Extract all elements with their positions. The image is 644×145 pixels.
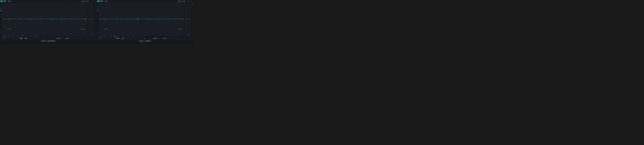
left-freq-value[interactable]: 103 bbox=[20, 37, 22, 39]
left-analog-row[interactable]: Analog bbox=[2, 38, 4, 38]
right-band-tab-4[interactable]: i Band 4 bbox=[112, 35, 117, 37]
right-band-tab-2[interactable]: i Band 2 bbox=[104, 35, 108, 37]
left-band-tab-6[interactable]: i Band 6 bbox=[25, 35, 29, 37]
right-presets-btn[interactable]: ≡ Presets bbox=[178, 0, 182, 2]
right-settings-icon[interactable]: ⚙ bbox=[190, 1, 190, 2]
right-help-icon[interactable]: ? bbox=[191, 1, 191, 2]
left-fader-3-handle[interactable] bbox=[91, 19, 92, 19]
left-redo-icon[interactable]: ↻ bbox=[92, 1, 92, 2]
left-gain-match-btn[interactable]: Bypass Gain Match bbox=[46, 40, 56, 42]
right-link-dot[interactable] bbox=[159, 38, 160, 39]
right-surgical-btn[interactable]: Surgical Mode bbox=[152, 37, 158, 39]
right-band-tab-3[interactable]: i Band 3 bbox=[108, 35, 112, 37]
left-analog-radio[interactable] bbox=[2, 38, 3, 38]
right-gain-value[interactable]: -3.1 bbox=[121, 37, 124, 39]
right-link-btn-r[interactable]: ⇆ bbox=[189, 34, 190, 35]
right-shape-lowshelf[interactable] bbox=[102, 38, 104, 39]
left-help-icon[interactable]: ? bbox=[94, 1, 94, 2]
right-redo-icon[interactable]: ↻ bbox=[188, 1, 189, 2]
right-fader-4[interactable] bbox=[189, 5, 190, 33]
left-band-tab-2[interactable]: i Band 2 bbox=[7, 35, 11, 37]
left-fader-4-handle[interactable] bbox=[92, 19, 94, 19]
right-bypass-btn[interactable]: Bypass bbox=[138, 40, 144, 42]
left-matching-btn[interactable]: Matching bbox=[66, 37, 69, 39]
left-sidebar-grid-btn[interactable]: ⊞ bbox=[0, 6, 2, 7]
left-next-arrow[interactable]: ▶ bbox=[88, 0, 89, 2]
left-gain-value[interactable]: 1.8 bbox=[24, 37, 27, 39]
left-surgical-btn[interactable]: Surgical Mode bbox=[56, 37, 61, 39]
left-fader-4[interactable] bbox=[92, 5, 94, 33]
right-analog-radio[interactable] bbox=[99, 38, 100, 38]
left-undo-icon[interactable]: ↺ bbox=[90, 1, 91, 2]
right-shape-bell[interactable] bbox=[104, 38, 106, 39]
right-band-tab-7[interactable]: i Band 7 bbox=[126, 35, 130, 37]
right-fader-2-handle[interactable] bbox=[186, 19, 188, 19]
left-fader-2-handle[interactable] bbox=[90, 19, 91, 19]
right-eq-display[interactable]: Right 40 100 200 400 1k 2k 4k 6k 10k Hz bbox=[99, 2, 193, 35]
left-shape-lp[interactable] bbox=[14, 38, 16, 39]
left-shape-lowshelf[interactable] bbox=[6, 38, 8, 39]
right-sidebar-wave-btn[interactable]: 〜 bbox=[97, 3, 98, 4]
right-refresh-side-btn[interactable]: ↺ bbox=[97, 34, 98, 35]
left-band-tab-5[interactable]: i Band 5 bbox=[20, 35, 25, 37]
left-band-tab-7[interactable]: i Band 7 bbox=[29, 35, 34, 37]
right-fader-3[interactable] bbox=[188, 5, 189, 33]
right-gain-match-btn[interactable]: Gain Match bbox=[144, 40, 152, 42]
right-band-tab-8[interactable]: i Band 8 bbox=[130, 35, 135, 37]
left-fader-1[interactable] bbox=[88, 5, 90, 33]
right-sidebar-lines-btn[interactable]: ≡ bbox=[97, 4, 98, 6]
right-next-arrow[interactable]: ▶ bbox=[184, 0, 186, 2]
left-link-btn-l[interactable]: ⇆ bbox=[90, 34, 92, 35]
right-match-slider-2[interactable] bbox=[171, 38, 174, 39]
left-power-icon[interactable]: ✕ bbox=[95, 1, 96, 2]
left-shape-notch[interactable] bbox=[12, 38, 14, 39]
left-settings-icon[interactable]: ⚙ bbox=[93, 1, 94, 2]
right-shape-notch[interactable] bbox=[109, 38, 110, 39]
right-match-slider-1[interactable] bbox=[168, 38, 171, 39]
right-question-btn[interactable]: ? bbox=[97, 30, 98, 32]
left-band-tab-4[interactable]: i Band 4 bbox=[16, 35, 20, 37]
right-power-icon[interactable]: ✕ bbox=[192, 1, 192, 2]
right-fader-4-handle[interactable] bbox=[189, 19, 190, 19]
left-digital-row[interactable]: Digital bbox=[2, 38, 4, 39]
left-channel-btn[interactable]: Left bbox=[0, 10, 2, 11]
left-fader-1-handle[interactable] bbox=[89, 19, 90, 19]
left-link-dot[interactable] bbox=[62, 38, 63, 39]
right-digital-radio[interactable] bbox=[99, 38, 100, 39]
left-bypass-btn[interactable]: Bypass bbox=[40, 40, 46, 42]
left-edit-icon[interactable]: ✎ bbox=[10, 1, 11, 1]
left-shape-bell[interactable] bbox=[8, 38, 10, 39]
right-band-tab-5[interactable]: i Band 5 bbox=[117, 35, 122, 37]
left-question-btn[interactable]: ? bbox=[0, 30, 2, 32]
right-freq-value[interactable]: 542 bbox=[116, 37, 119, 39]
left-eq-display[interactable]: Left 40 100 200 400 1k 2k 4k 6k 10k Hz bbox=[2, 2, 96, 35]
right-match-slider-3[interactable] bbox=[175, 38, 178, 39]
right-band-tab-1[interactable]: i Band 1 bbox=[99, 35, 104, 37]
left-shape-highshelf[interactable] bbox=[10, 38, 12, 39]
right-channel-btn[interactable]: Right bbox=[97, 10, 98, 11]
right-link-btn-l[interactable]: ⇆ bbox=[187, 34, 188, 35]
left-digital-radio[interactable] bbox=[2, 38, 3, 39]
right-matching-btn[interactable]: Matching bbox=[162, 37, 166, 39]
right-sidebar-grid-btn[interactable]: ⊞ bbox=[97, 6, 98, 7]
right-edit-icon[interactable]: ✎ bbox=[107, 1, 108, 1]
left-fader-3[interactable] bbox=[91, 5, 92, 33]
left-refresh-side-btn[interactable]: ↺ bbox=[0, 34, 2, 35]
left-presets-btn[interactable]: ≡ Presets bbox=[81, 0, 85, 2]
right-analog-row[interactable]: Analog bbox=[99, 38, 101, 38]
left-match-slider-2[interactable] bbox=[74, 38, 78, 39]
left-band-tab-1[interactable]: i Band 1 bbox=[2, 35, 7, 37]
left-prev-arrow[interactable]: ◀ bbox=[86, 0, 88, 2]
right-prev-arrow[interactable]: ◀ bbox=[182, 0, 184, 2]
right-fader-3-handle[interactable] bbox=[188, 19, 189, 19]
right-fader-2[interactable] bbox=[186, 5, 188, 33]
left-band-tab-3[interactable]: i Band 3 bbox=[11, 35, 16, 37]
left-match-slider-1[interactable] bbox=[71, 38, 74, 39]
right-shape-lp[interactable] bbox=[111, 38, 113, 39]
right-shape-highshelf[interactable] bbox=[107, 38, 108, 39]
left-link-btn-r[interactable]: ⇆ bbox=[92, 34, 93, 35]
left-match-slider-3[interactable] bbox=[78, 38, 81, 39]
right-settings-side-btn[interactable] bbox=[97, 32, 98, 33]
left-fader-2[interactable] bbox=[90, 5, 91, 33]
right-undo-icon[interactable]: ↺ bbox=[187, 1, 188, 2]
